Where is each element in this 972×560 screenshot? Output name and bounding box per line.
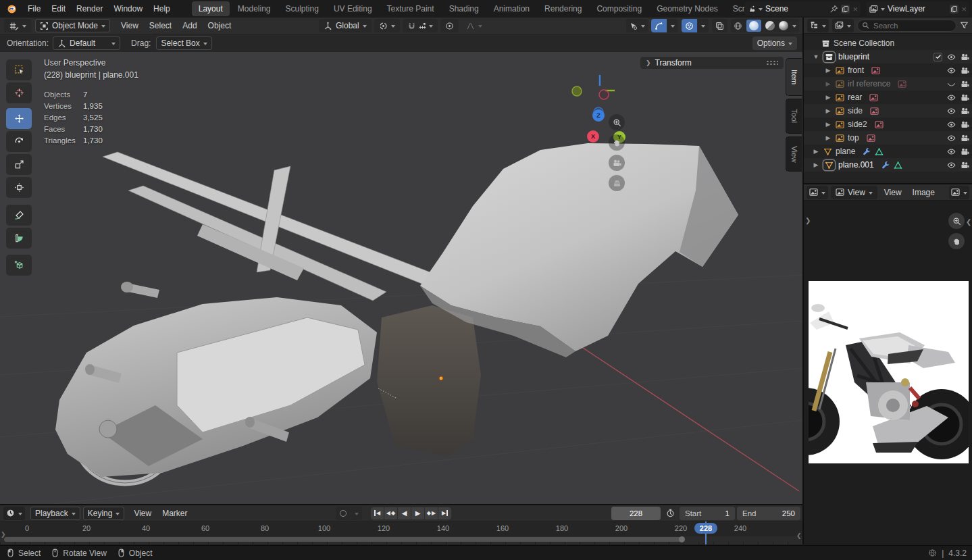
region-expand-icon[interactable]: ❯ [805, 217, 811, 224]
show-gizmo-dropdown[interactable] [626, 19, 648, 32]
tab-shading[interactable]: Shading [442, 1, 486, 16]
tab-uv-editing[interactable]: UV Editing [327, 1, 379, 16]
transform-panel-header[interactable]: ❯ Transform [640, 57, 784, 69]
eye-icon[interactable] [947, 93, 956, 102]
image-pan-button[interactable] [948, 233, 965, 249]
camera-icon[interactable] [961, 134, 969, 143]
menu-view[interactable]: View [128, 507, 157, 520]
blender-logo-icon[interactable] [7, 4, 17, 14]
pan-button[interactable] [609, 134, 625, 151]
eye-icon[interactable] [947, 53, 956, 61]
proportional-falloff-dropdown[interactable] [461, 19, 487, 32]
search-input[interactable] [872, 21, 952, 30]
outliner-row-plane-001[interactable]: ▶ plane.001 [804, 158, 972, 172]
axis-z-ball[interactable]: Z [592, 109, 605, 122]
outliner-row-top[interactable]: ▶ top [804, 131, 972, 145]
xray-toggle[interactable] [712, 19, 727, 32]
gizmos-toggle[interactable] [651, 19, 667, 32]
overlays-toggle[interactable] [682, 19, 697, 32]
eye-icon[interactable] [947, 66, 956, 75]
auto-keying-toggle[interactable] [336, 507, 351, 520]
tab-rendering[interactable]: Rendering [538, 1, 588, 16]
rotate-tool[interactable] [6, 131, 32, 152]
camera-icon[interactable] [961, 107, 969, 116]
camera-icon[interactable] [961, 80, 969, 88]
expand-icon[interactable]: ▶ [824, 134, 832, 141]
menu-help[interactable]: Help [148, 2, 176, 16]
camera-icon[interactable] [961, 66, 969, 75]
eye-icon[interactable] [947, 147, 956, 156]
image-editor-type-button[interactable] [807, 186, 828, 199]
expand-icon[interactable]: ▶ [824, 67, 832, 74]
next-keyframe-button[interactable]: ◆▶ [425, 507, 438, 519]
image-zoom-button[interactable] [948, 213, 965, 229]
options-dropdown[interactable]: Options [752, 36, 797, 50]
proportional-editing-button[interactable] [440, 19, 459, 32]
eye-icon[interactable] [947, 107, 956, 116]
keying-dropdown[interactable]: Keying [83, 507, 125, 520]
menu-render[interactable]: Render [71, 2, 108, 16]
expand-icon[interactable]: ▶ [824, 80, 832, 87]
menu-edit[interactable]: Edit [46, 2, 71, 16]
menu-marker[interactable]: Marker [157, 507, 193, 520]
zoom-button[interactable] [609, 114, 625, 130]
filter-icon[interactable] [960, 21, 969, 30]
image-editor-mode-dropdown[interactable]: View [831, 186, 877, 199]
scene-selector[interactable]: Scene × [744, 1, 861, 16]
ortho-toggle-button[interactable] [609, 175, 625, 191]
outliner-editor-type-button[interactable] [807, 19, 829, 32]
rendered-shading-icon[interactable] [779, 21, 788, 30]
outliner-row-scene-collection[interactable]: Scene Collection [804, 36, 972, 50]
region-collapse-icon[interactable]: ❮ [796, 532, 802, 539]
eye-icon[interactable] [947, 120, 956, 129]
camera-icon[interactable] [961, 120, 969, 129]
cursor-tool[interactable] [6, 82, 32, 103]
menu-add[interactable]: Add [177, 19, 202, 32]
menu-file[interactable]: File [22, 2, 46, 16]
tab-layout[interactable]: Layout [192, 1, 230, 16]
eye-icon[interactable] [947, 161, 956, 170]
eye-icon[interactable] [947, 134, 956, 143]
pin-icon[interactable] [829, 5, 838, 14]
camera-icon[interactable] [961, 161, 969, 170]
3d-viewport[interactable]: User Perspective (228) blueprint | plane… [0, 52, 802, 505]
collection-checkbox[interactable] [933, 53, 942, 61]
select-box-tool[interactable] [6, 59, 32, 80]
prev-keyframe-button[interactable]: ◀◆ [384, 507, 397, 519]
menu-view[interactable]: View [116, 19, 144, 32]
transform-tool[interactable] [6, 177, 32, 198]
outliner-row-side[interactable]: ▶ side [804, 104, 972, 118]
expand-icon[interactable]: ▶ [824, 107, 832, 114]
view-layer-selector[interactable]: ViewLayer × [867, 1, 969, 16]
material-preview-icon[interactable] [765, 21, 775, 30]
eye-closed-icon[interactable] [947, 80, 956, 88]
drag-mode-dropdown[interactable]: Select Box [156, 36, 211, 50]
play-reverse-button[interactable]: ◀ [398, 507, 411, 519]
snap-target-icon[interactable] [418, 22, 427, 30]
outliner-row-side2[interactable]: ▶ side2 [804, 118, 972, 131]
tab-geometry-nodes[interactable]: Geometry Nodes [650, 1, 725, 16]
jump-to-end-button[interactable]: ▶ [438, 507, 451, 519]
menu-object[interactable]: Object [203, 19, 237, 32]
start-frame-field[interactable]: Start1 [680, 507, 735, 520]
magnet-icon[interactable] [407, 22, 416, 30]
outliner-row-plane[interactable]: ▶ plane [804, 145, 972, 158]
playback-dropdown[interactable]: Playback [30, 507, 80, 520]
camera-view-button[interactable] [609, 155, 625, 171]
shading-dropdown[interactable] [792, 25, 796, 30]
editor-type-button[interactable] [4, 19, 31, 32]
menu-image[interactable]: Image [909, 186, 939, 199]
outliner-display-mode-button[interactable] [832, 19, 854, 32]
solid-shading-button[interactable] [746, 20, 761, 32]
browse-image-button[interactable] [949, 186, 969, 199]
pivot-point-dropdown[interactable] [374, 19, 400, 32]
tab-texture-paint[interactable]: Texture Paint [380, 1, 441, 16]
outliner-row-irl-reference[interactable]: ▶ irl reference [804, 77, 972, 91]
mode-dropdown[interactable]: Object Mode [35, 19, 110, 32]
timeline-scrollbar[interactable] [4, 537, 684, 542]
menu-view[interactable]: View [880, 186, 906, 199]
add-cube-tool[interactable] [6, 255, 32, 276]
timeline-ruler[interactable]: 0 20 40 60 80 100 120 140 160 180 200 22… [0, 521, 802, 536]
expand-icon[interactable]: ▶ [824, 94, 832, 101]
menu-window[interactable]: Window [108, 2, 148, 16]
